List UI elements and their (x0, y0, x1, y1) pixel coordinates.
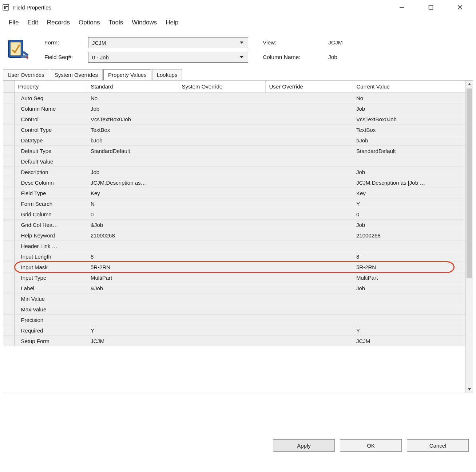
menu-tools[interactable]: Tools (109, 19, 123, 26)
table-row[interactable]: DatatypebJobbJob (3, 135, 465, 146)
table-row[interactable]: RequiredYY (3, 325, 465, 336)
cell-standard: TextBox (87, 125, 178, 135)
cell-user (265, 135, 353, 146)
tab-lookups[interactable]: Lookups (152, 69, 182, 80)
menu-options[interactable]: Options (79, 19, 100, 26)
table-row[interactable]: Column NameJobJob (3, 103, 465, 114)
cell-system (178, 114, 265, 125)
table-row[interactable]: ControlVcsTextBox0JobVcsTextBox0Job (3, 114, 465, 125)
cell-user (265, 283, 353, 294)
tab-user-overrides[interactable]: User Overrides (3, 69, 49, 80)
cell-standard: No (87, 93, 178, 103)
cell-current: 5R-2RN (353, 262, 465, 272)
cell-property: Required (14, 325, 87, 336)
maximize-button[interactable] (424, 2, 438, 13)
cell-system (178, 220, 265, 230)
cell-system (178, 125, 265, 135)
cell-user (265, 315, 353, 325)
scroll-thumb[interactable] (467, 88, 472, 278)
cell-system (178, 188, 265, 198)
cancel-button[interactable]: Cancel (407, 439, 469, 452)
table-row[interactable]: Setup FormJCJMJCJM (3, 336, 465, 346)
cell-standard: N (87, 198, 178, 209)
grid-header-user-override[interactable]: User Override (265, 80, 353, 93)
form-combo[interactable]: JCJM (88, 37, 248, 48)
cell-standard: 5R-2RN (87, 262, 178, 272)
table-row[interactable]: Default TypeStandardDefaultStandardDefau… (3, 146, 465, 156)
fieldseq-combo-value: 0 - Job (92, 54, 109, 60)
tab-system-overrides[interactable]: System Overrides (50, 69, 103, 80)
cell-current: 21000268 (353, 230, 465, 241)
cell-user (265, 241, 353, 251)
table-row[interactable]: Header Link … (3, 241, 465, 251)
table-row[interactable]: Auto SeqNoNo (3, 93, 465, 103)
view-label: View: (263, 39, 328, 46)
vertical-scrollbar[interactable] (465, 80, 473, 393)
grid-header-standard[interactable]: Standard (87, 80, 178, 93)
cell-user (265, 272, 353, 283)
row-gutter (3, 220, 14, 230)
table-row[interactable]: Input Mask5R-2RN5R-2RN (3, 262, 465, 272)
cell-user (265, 304, 353, 315)
window-controls (394, 2, 467, 13)
table-row[interactable]: Min Value (3, 294, 465, 304)
menu-records[interactable]: Records (47, 19, 70, 26)
table-row[interactable]: Form SearchNY (3, 198, 465, 209)
cell-user (265, 103, 353, 114)
cell-user (265, 167, 353, 177)
grid-header-system-override[interactable]: System Override (178, 80, 265, 93)
table-row[interactable]: Desc ColumnJCJM.Description as…JCJM.Desc… (3, 177, 465, 188)
cell-standard: 0 (87, 209, 178, 220)
menubar: File Edit Records Options Tools Windows … (0, 15, 476, 33)
row-gutter (3, 251, 14, 262)
cell-system (178, 103, 265, 114)
table-row[interactable]: Help Keyword2100026821000268 (3, 230, 465, 241)
cell-system (178, 198, 265, 209)
cell-system (178, 93, 265, 103)
cell-system (178, 262, 265, 272)
scroll-down-icon[interactable] (466, 386, 473, 393)
titlebar: Field Properties (0, 0, 476, 15)
cell-standard: Y (87, 325, 178, 336)
table-row[interactable]: Input Length88 (3, 251, 465, 262)
scroll-up-icon[interactable] (466, 80, 473, 88)
tabs: User Overrides System Overrides Property… (0, 69, 476, 80)
table-row[interactable]: Label&JobJob (3, 283, 465, 294)
menu-file[interactable]: File (9, 19, 19, 26)
close-button[interactable] (453, 2, 467, 13)
grid-header-current-value[interactable]: Current Value (353, 80, 465, 93)
minimize-button[interactable] (394, 2, 409, 13)
grid-header-property[interactable]: Property (14, 80, 87, 93)
fieldseq-combo[interactable]: 0 - Job (88, 52, 248, 63)
table-row[interactable]: Input TypeMultiPartMultiPart (3, 272, 465, 283)
table-row[interactable]: Grid Column00 (3, 209, 465, 220)
cell-current: bJob (353, 135, 465, 146)
cell-system (178, 304, 265, 315)
cell-standard: MultiPart (87, 272, 178, 283)
cell-user (265, 156, 353, 167)
row-gutter (3, 156, 14, 167)
table-row[interactable]: DescriptionJobJob (3, 167, 465, 177)
cell-current: Job (353, 283, 465, 294)
cell-system (178, 177, 265, 188)
cell-user (265, 146, 353, 156)
table-row[interactable]: Precision (3, 315, 465, 325)
menu-windows[interactable]: Windows (132, 19, 157, 26)
table-row[interactable]: Control TypeTextBoxTextBox (3, 125, 465, 135)
menu-edit[interactable]: Edit (27, 19, 38, 26)
ok-button[interactable]: OK (340, 439, 402, 452)
table-row[interactable]: Grid Col Hea…&JobJob (3, 220, 465, 230)
cell-system (178, 135, 265, 146)
cell-current: VcsTextBox0Job (353, 114, 465, 125)
apply-button[interactable]: Apply (273, 439, 335, 452)
table-row[interactable]: Field TypeKeyKey (3, 188, 465, 198)
menu-help[interactable]: Help (166, 19, 178, 26)
row-gutter (3, 304, 14, 315)
cell-property: Precision (14, 315, 87, 325)
tab-property-values[interactable]: Property Values (103, 69, 151, 80)
cell-user (265, 262, 353, 272)
cell-standard: &Job (87, 220, 178, 230)
table-row[interactable]: Default Value (3, 156, 465, 167)
table-row[interactable]: Max Value (3, 304, 465, 315)
cell-standard (87, 241, 178, 251)
